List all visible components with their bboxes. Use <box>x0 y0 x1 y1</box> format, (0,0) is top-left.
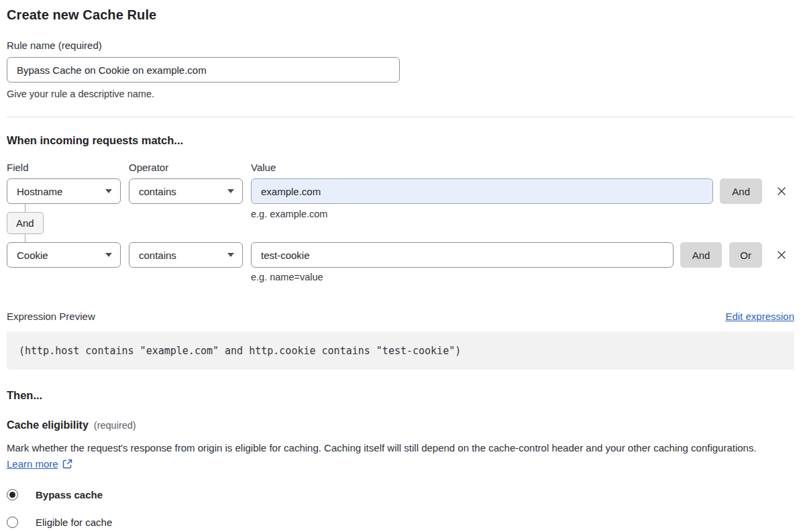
edit-expression-link[interactable]: Edit expression <box>725 311 794 322</box>
operator-select-value: contains <box>139 250 222 261</box>
cache-eligibility-heading: Cache eligibility <box>7 419 89 431</box>
add-and-condition-button[interactable]: And <box>720 178 762 204</box>
chevron-down-icon <box>227 253 234 257</box>
chevron-down-icon <box>227 189 234 193</box>
add-and-condition-button[interactable]: And <box>680 242 722 268</box>
condition-row: Hostname contains And <box>7 178 794 204</box>
radio-dot <box>9 492 15 498</box>
close-icon <box>775 185 788 197</box>
operator-select-value: contains <box>139 186 222 197</box>
create-cache-rule-form: Create new Cache Rule Rule name (require… <box>0 0 805 528</box>
radio-option-bypass-cache[interactable]: Bypass cache <box>7 489 794 500</box>
value-input[interactable] <box>251 178 713 204</box>
match-section-heading: When incoming requests match... <box>7 134 794 146</box>
value-input[interactable] <box>251 242 674 268</box>
expression-preview-code: (http.host contains "example.com" and ht… <box>7 331 794 370</box>
rule-name-help: Give your rule a descriptive name. <box>7 89 794 99</box>
condition-connector-area: And e.g. example.com <box>7 204 794 242</box>
value-hint: e.g. name=value <box>251 272 794 282</box>
operator-select[interactable]: contains <box>129 242 243 268</box>
page-title: Create new Cache Rule <box>7 5 794 24</box>
add-or-condition-button[interactable]: Or <box>729 242 762 268</box>
chevron-down-icon <box>105 253 112 257</box>
condition-row: Cookie contains And Or <box>7 242 794 268</box>
radio-option-eligible-for-cache[interactable]: Eligible for cache <box>7 517 794 528</box>
expression-preview-label: Expression Preview <box>7 311 95 322</box>
external-link-icon <box>62 459 72 469</box>
field-column-label: Field <box>7 162 121 173</box>
rule-name-input[interactable] <box>7 57 400 83</box>
field-select-value: Hostname <box>17 186 100 197</box>
remove-condition-button[interactable] <box>769 178 794 204</box>
remove-condition-button[interactable] <box>769 242 794 268</box>
section-divider <box>7 117 794 117</box>
expression-text: (http.host contains "example.com" and ht… <box>19 345 461 357</box>
and-connector-button[interactable]: And <box>7 212 44 234</box>
cache-eligibility-heading-row: Cache eligibility (required) <box>7 419 794 431</box>
rule-name-label: Rule name (required) <box>7 40 794 50</box>
required-note: (required) <box>94 420 136 431</box>
operator-column-label: Operator <box>129 162 243 173</box>
close-icon <box>775 249 788 261</box>
field-select[interactable]: Hostname <box>7 178 121 204</box>
radio-selected-icon[interactable] <box>7 489 18 500</box>
connector-line <box>25 234 25 242</box>
field-select-value: Cookie <box>17 250 100 261</box>
radio-unselected-icon[interactable] <box>7 517 18 528</box>
cache-eligibility-description: Mark whether the request's response from… <box>7 440 785 472</box>
radio-label: Eligible for cache <box>36 517 112 528</box>
condition-column-headers: Field Operator Value <box>7 162 794 173</box>
operator-select[interactable]: contains <box>129 178 243 204</box>
value-column-label: Value <box>251 162 794 173</box>
description-text: Mark whether the request's response from… <box>7 442 757 454</box>
chevron-down-icon <box>105 189 112 193</box>
connector-line <box>25 204 25 212</box>
learn-more-link[interactable]: Learn more <box>7 458 58 470</box>
field-select[interactable]: Cookie <box>7 242 121 268</box>
then-section-heading: Then... <box>7 389 794 401</box>
value-hint: e.g. example.com <box>251 209 327 219</box>
expression-preview-header: Expression Preview Edit expression <box>7 311 794 322</box>
radio-label: Bypass cache <box>36 489 103 500</box>
